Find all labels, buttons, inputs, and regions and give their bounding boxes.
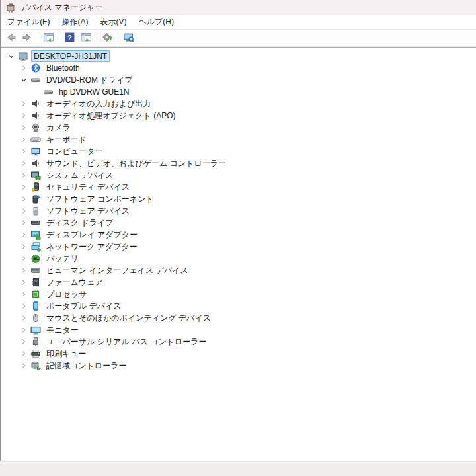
tree-item[interactable]: コンピューター xyxy=(1,145,476,157)
tree-item[interactable]: DESKTOP-JH31JNT xyxy=(1,50,476,62)
tree-item[interactable]: 記憶域コントローラー xyxy=(1,360,476,372)
disc-drive-icon xyxy=(30,75,41,85)
tree-item[interactable]: ポータブル デバイス xyxy=(1,300,476,312)
tree-item[interactable]: システム デバイス xyxy=(1,169,476,181)
tree-item[interactable]: プロセッサ xyxy=(1,288,476,300)
show-hide-console-tree-button[interactable] xyxy=(40,31,57,46)
monitor-display-icon xyxy=(30,325,41,335)
chevron-collapsed-icon[interactable] xyxy=(19,337,29,347)
tree-item-label: ソフトウェア コンポーネント xyxy=(44,193,156,206)
chevron-collapsed-icon[interactable] xyxy=(19,265,29,276)
chevron-collapsed-icon[interactable] xyxy=(19,122,29,133)
tree-item-label: オーディオ処理オブジェクト (APO) xyxy=(44,110,177,122)
tree-item[interactable]: キーボード xyxy=(1,134,476,145)
chevron-collapsed-icon[interactable] xyxy=(19,158,29,169)
usb-icon xyxy=(30,337,41,347)
chevron-collapsed-icon[interactable] xyxy=(19,110,29,121)
chevron-collapsed-icon[interactable] xyxy=(19,325,29,335)
computer-search-icon xyxy=(123,32,134,46)
computer-properties-button[interactable] xyxy=(120,31,137,46)
monitor-icon xyxy=(30,146,41,157)
chevron-expanded-icon[interactable] xyxy=(6,51,17,61)
processor-icon xyxy=(30,289,41,299)
scan-for-hardware-changes-button[interactable] xyxy=(99,31,116,46)
tree-item[interactable]: ソフトウェア デバイス xyxy=(1,205,476,217)
chevron-collapsed-icon[interactable] xyxy=(19,182,29,192)
tree-item[interactable]: ディスク ドライブ xyxy=(1,217,476,229)
arrow-right-icon xyxy=(22,32,33,46)
tree-item[interactable]: ユニバーサル シリアル バス コントローラー xyxy=(1,336,476,348)
chevron-collapsed-icon[interactable] xyxy=(19,241,29,252)
chevron-collapsed-icon[interactable] xyxy=(19,229,29,240)
chevron-collapsed-icon[interactable] xyxy=(19,253,29,264)
chevron-collapsed-icon[interactable] xyxy=(19,360,29,371)
chevron-expanded-icon[interactable] xyxy=(19,75,29,85)
chevron-collapsed-icon[interactable] xyxy=(19,170,29,180)
toolbar-separator xyxy=(59,33,60,44)
tree-item-label: サウンド、ビデオ、およびゲーム コントローラー xyxy=(44,157,228,170)
tree-item[interactable]: Bluetooth xyxy=(1,62,476,74)
tree-item[interactable]: ソフトウェア コンポーネント xyxy=(1,193,476,205)
title-bar: デバイス マネージャー xyxy=(1,0,476,15)
tree-item-label: システム デバイス xyxy=(44,169,116,182)
chevron-collapsed-icon[interactable] xyxy=(19,99,29,109)
back-button[interactable] xyxy=(3,31,19,46)
tree-item-label: カメラ xyxy=(44,122,73,134)
bluetooth-icon xyxy=(30,63,41,73)
chevron-collapsed-icon[interactable] xyxy=(19,134,29,145)
tree-item[interactable]: ヒューマン インターフェイス デバイス xyxy=(1,264,476,276)
tree-item[interactable]: DVD/CD-ROM ドライブ xyxy=(1,74,476,86)
tree-item-label: ディスク ドライブ xyxy=(44,217,116,229)
chevron-collapsed-icon[interactable] xyxy=(19,277,29,288)
tree-item[interactable]: ネットワーク アダプター xyxy=(1,241,476,253)
tree-item[interactable]: カメラ xyxy=(1,122,476,134)
system-device-icon xyxy=(30,170,41,180)
tree-item[interactable]: オーディオ処理オブジェクト (APO) xyxy=(1,110,476,122)
window-title: デバイス マネージャー xyxy=(20,2,103,13)
chevron-collapsed-icon[interactable] xyxy=(19,206,29,216)
tree-item[interactable]: モニター xyxy=(1,324,476,336)
chevron-collapsed-icon[interactable] xyxy=(19,301,29,311)
display-adapter-icon xyxy=(30,229,41,240)
disk-drive-icon xyxy=(30,218,41,228)
chevron-collapsed-icon[interactable] xyxy=(19,313,29,323)
software-component-icon xyxy=(30,194,41,204)
tree-item-label: マウスとそのほかのポインティング デバイス xyxy=(44,312,213,325)
tree-item[interactable]: hp DVDRW GUE1N xyxy=(1,86,476,98)
tree-item-label: ポータブル デバイス xyxy=(44,300,124,313)
tree-item[interactable]: ファームウェア xyxy=(1,276,476,288)
chevron-collapsed-icon[interactable] xyxy=(19,146,29,157)
audio-icon xyxy=(30,158,41,169)
device-manager-window: デバイス マネージャー ファイル(F)操作(A)表示(V)ヘルプ(H) ? DE… xyxy=(0,0,476,461)
menu-item-file[interactable]: ファイル(F) xyxy=(1,15,56,30)
software-device-icon xyxy=(30,206,41,216)
chevron-collapsed-icon[interactable] xyxy=(19,194,29,204)
action-pane-icon xyxy=(81,32,92,46)
forward-button[interactable] xyxy=(19,31,36,46)
tree-item[interactable]: オーディオの入力および出力 xyxy=(1,98,476,110)
chevron-collapsed-icon[interactable] xyxy=(19,289,29,299)
show-hide-action-pane-button[interactable] xyxy=(78,31,95,46)
tree-item-label: Bluetooth xyxy=(44,63,82,73)
storage-controller-icon xyxy=(30,360,41,371)
menu-item-help[interactable]: ヘルプ(H) xyxy=(132,15,180,30)
battery-icon xyxy=(30,253,41,264)
menu-item-view[interactable]: 表示(V) xyxy=(94,15,132,30)
tree-item[interactable]: マウスとそのほかのポインティング デバイス xyxy=(1,312,476,324)
camera-icon xyxy=(30,122,41,133)
security-device-icon xyxy=(30,182,41,192)
menu-item-action[interactable]: 操作(A) xyxy=(56,15,94,30)
chevron-collapsed-icon[interactable] xyxy=(19,348,29,359)
tree-item[interactable]: ディスプレイ アダプター xyxy=(1,229,476,241)
chevron-collapsed-icon[interactable] xyxy=(19,63,29,73)
help-button[interactable]: ? xyxy=(61,31,78,46)
keyboard-icon xyxy=(30,134,41,145)
tree-item[interactable]: サウンド、ビデオ、およびゲーム コントローラー xyxy=(1,157,476,169)
tree-item[interactable]: 印刷キュー xyxy=(1,348,476,360)
network-adapter-icon xyxy=(30,241,41,252)
tree-item-label: hp DVDRW GUE1N xyxy=(57,87,131,97)
tree-item[interactable]: セキュリティ デバイス xyxy=(1,181,476,193)
tree-item[interactable]: バッテリ xyxy=(1,253,476,264)
tree-item-label: オーディオの入力および出力 xyxy=(44,98,153,110)
chevron-collapsed-icon[interactable] xyxy=(19,218,29,228)
